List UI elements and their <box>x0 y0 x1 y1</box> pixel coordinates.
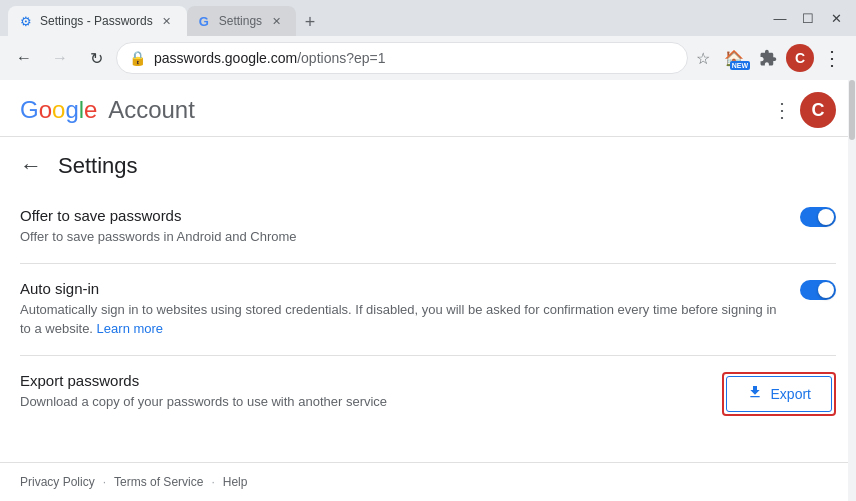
close-button[interactable]: ✕ <box>824 6 848 30</box>
nav-bar: ← → ↻ 🔒 passwords.google.com/options?ep=… <box>0 36 856 80</box>
offer-save-passwords-name: Offer to save passwords <box>20 207 780 224</box>
export-icon <box>747 384 763 403</box>
refresh-button[interactable]: ↻ <box>80 42 112 74</box>
page-content: Google Account ⋮ C ← Settings Offer to s… <box>0 80 856 501</box>
settings-header: ← Settings <box>20 137 836 191</box>
toggle-thumb <box>818 209 834 225</box>
bookmark-icon[interactable]: ☆ <box>696 49 710 68</box>
new-badge-button[interactable]: 🏠 NEW <box>718 42 750 74</box>
minimize-button[interactable]: — <box>768 6 792 30</box>
footer-dot-2: · <box>211 475 214 489</box>
offer-save-passwords-desc: Offer to save passwords in Android and C… <box>20 227 780 247</box>
tab-favicon-settings: G <box>199 14 213 28</box>
privacy-policy-link[interactable]: Privacy Policy <box>20 475 95 489</box>
terms-of-service-link[interactable]: Terms of Service <box>114 475 203 489</box>
forward-button[interactable]: → <box>44 42 76 74</box>
logo-e: e <box>84 96 97 123</box>
address-bar[interactable]: 🔒 passwords.google.com/options?ep=1 <box>116 42 688 74</box>
export-passwords-info: Export passwords Download a copy of your… <box>20 372 702 412</box>
settings-title: Settings <box>58 153 138 179</box>
export-button-label: Export <box>771 386 811 402</box>
tab-label-passwords: Settings - Passwords <box>40 14 153 28</box>
learn-more-link[interactable]: Learn more <box>97 321 163 336</box>
maximize-button[interactable]: ☐ <box>796 6 820 30</box>
more-menu-button[interactable]: ⋮ <box>816 42 848 74</box>
offer-save-passwords-toggle[interactable] <box>800 207 836 227</box>
extensions-button[interactable] <box>752 42 784 74</box>
export-passwords-desc: Download a copy of your passwords to use… <box>20 392 702 412</box>
google-header: Google Account ⋮ C <box>0 80 856 137</box>
back-arrow-button[interactable]: ← <box>20 153 42 179</box>
export-passwords-control: Export <box>722 372 836 416</box>
settings-content: ← Settings Offer to save passwords Offer… <box>0 137 856 462</box>
new-label: NEW <box>730 61 750 70</box>
toggle-thumb-2 <box>818 282 834 298</box>
auto-sign-in-info: Auto sign-in Automatically sign in to we… <box>20 280 780 339</box>
back-button[interactable]: ← <box>8 42 40 74</box>
export-passwords-name: Export passwords <box>20 372 702 389</box>
header-more-button[interactable]: ⋮ <box>772 98 792 122</box>
auto-sign-in-desc: Automatically sign in to websites using … <box>20 300 780 339</box>
user-avatar-toolbar[interactable]: C <box>786 44 814 72</box>
logo-o1: o <box>39 96 52 123</box>
url-path: /options?ep=1 <box>297 50 385 66</box>
header-right: ⋮ C <box>772 92 836 128</box>
google-logo: Google <box>20 96 104 123</box>
window-controls: — ☐ ✕ <box>768 6 848 30</box>
new-tab-button[interactable]: + <box>296 8 324 36</box>
google-logo-area: Google Account <box>20 96 195 124</box>
tab-passwords[interactable]: ⚙ Settings - Passwords ✕ <box>8 6 187 36</box>
logo-g: G <box>20 96 39 123</box>
export-button[interactable]: Export <box>726 376 832 412</box>
auto-sign-in-item: Auto sign-in Automatically sign in to we… <box>20 264 836 356</box>
tab-settings[interactable]: G Settings ✕ <box>187 6 296 36</box>
logo-g2: g <box>65 96 78 123</box>
scrollbar[interactable] <box>848 80 856 501</box>
auto-sign-in-toggle[interactable] <box>800 280 836 300</box>
offer-save-passwords-item: Offer to save passwords Offer to save pa… <box>20 191 836 264</box>
address-text: passwords.google.com/options?ep=1 <box>154 50 675 66</box>
page-footer: Privacy Policy · Terms of Service · Help <box>0 462 856 501</box>
toolbar-icons: 🏠 NEW C ⋮ <box>718 42 848 74</box>
lock-icon: 🔒 <box>129 50 146 66</box>
tab-label-settings: Settings <box>219 14 262 28</box>
tab-close-passwords[interactable]: ✕ <box>159 13 175 29</box>
help-link[interactable]: Help <box>223 475 248 489</box>
tabs-area: ⚙ Settings - Passwords ✕ G Settings ✕ + <box>8 0 768 36</box>
tab-close-settings[interactable]: ✕ <box>268 13 284 29</box>
export-button-wrapper: Export <box>722 372 836 416</box>
title-bar: ⚙ Settings - Passwords ✕ G Settings ✕ + … <box>0 0 856 36</box>
tab-favicon-passwords: ⚙ <box>20 14 34 28</box>
export-passwords-item: Export passwords Download a copy of your… <box>20 356 836 432</box>
logo-o2: o <box>52 96 65 123</box>
auto-sign-in-control <box>800 280 836 300</box>
offer-save-passwords-info: Offer to save passwords Offer to save pa… <box>20 207 780 247</box>
browser-frame: ⚙ Settings - Passwords ✕ G Settings ✕ + … <box>0 0 856 501</box>
account-label: Account <box>108 96 195 123</box>
header-avatar[interactable]: C <box>800 92 836 128</box>
scrollbar-thumb[interactable] <box>849 80 855 140</box>
offer-save-passwords-control <box>800 207 836 227</box>
footer-dot-1: · <box>103 475 106 489</box>
url-base: passwords.google.com <box>154 50 297 66</box>
auto-sign-in-name: Auto sign-in <box>20 280 780 297</box>
